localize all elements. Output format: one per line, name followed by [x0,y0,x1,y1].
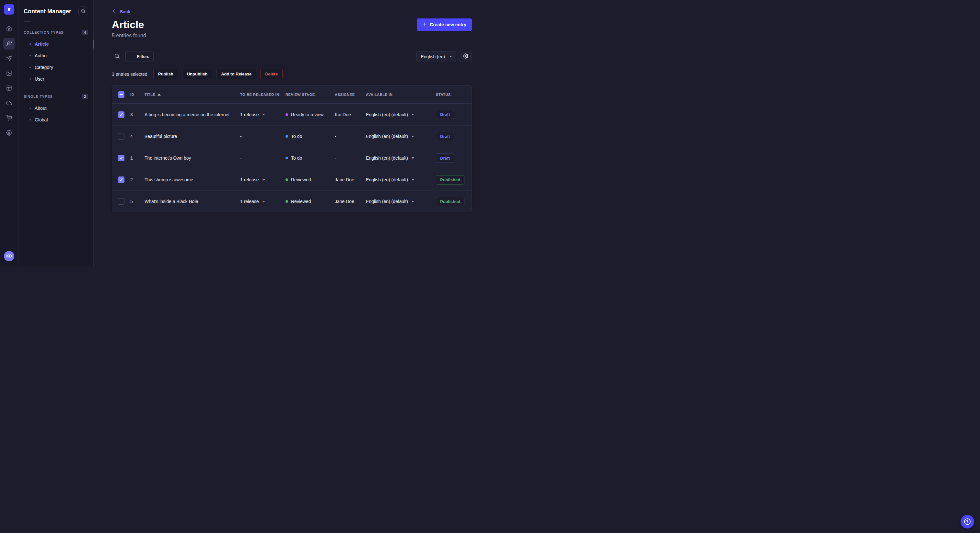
cell-review-stage: To do [285,155,335,160]
table-row[interactable]: 4 Beautiful picture - To do - English (e… [112,125,471,147]
cell-assignee: Jane Doe [335,199,366,204]
sidebar-item-user[interactable]: User [24,73,88,85]
bullet-icon [30,78,31,80]
nav-rail: KD [0,0,19,266]
sidebar-search-button[interactable] [78,6,88,16]
cell-status: Draft [436,154,471,163]
content-manager-icon [6,40,12,47]
select-all-checkbox[interactable] [118,91,124,98]
table-row[interactable]: 5 What's inside a Black Hole 1 release R… [112,190,471,212]
locale-select[interactable]: English (en) [417,51,456,62]
stage-dot-icon [285,135,288,138]
table-row[interactable]: 2 This shrimp is awesome 1 release Revie… [112,169,471,190]
filter-icon [130,54,134,59]
column-header-title[interactable]: TITLE [145,93,240,97]
cell-available-in[interactable]: English (en) (default) [366,177,436,182]
sidebar-item-label: Global [35,117,48,122]
cell-status: Draft [436,132,471,141]
status-badge: Draft [436,132,454,141]
unpublish-button[interactable]: Unpublish [182,69,213,79]
back-link[interactable]: Back [112,8,130,14]
view-settings-button[interactable] [460,51,472,62]
sidebar-sections: COLLECTION TYPES 4 Article Author Catego… [24,30,88,125]
row-checkbox[interactable] [118,155,124,161]
section-label: COLLECTION TYPES [24,30,64,34]
publish-button[interactable]: Publish [153,69,178,79]
bullet-icon [30,55,31,56]
sidebar-item-about[interactable]: About [24,102,88,114]
cell-status: Draft [436,110,471,119]
bullet-icon [30,67,31,68]
cell-review-stage: Reviewed [285,177,335,182]
caret-down-icon [412,114,414,115]
row-checkbox[interactable] [118,176,124,183]
cell-title: Beautiful picture [145,134,240,139]
delete-button[interactable]: Delete [260,69,283,79]
nav-content-type-builder-button[interactable] [3,82,15,94]
section-label: SINGLE TYPES [24,95,53,98]
nav-cloud-button[interactable] [3,97,15,109]
cell-status: Published [436,175,471,185]
stage-dot-icon [285,113,288,116]
create-new-entry-button[interactable]: Create new entry [417,19,472,31]
locale-selected-value: English (en) [421,54,445,59]
row-checkbox[interactable] [118,133,124,140]
table-row[interactable]: 1 The internet's Own boy - To do - Engli… [112,147,471,169]
cloud-icon [6,100,12,107]
cell-available-in[interactable]: English (en) (default) [366,134,436,139]
status-badge: Draft [436,154,454,163]
caret-down-icon [262,201,265,202]
strapi-logo-icon [6,6,12,12]
cell-title: A bug is becoming a meme on the internet [145,112,240,117]
nav-media-library-button[interactable] [3,68,15,79]
add-to-release-button[interactable]: Add to Release [216,69,256,79]
row-checkbox[interactable] [118,198,124,205]
sidebar-item-label: User [35,76,45,82]
sidebar-item-category[interactable]: Category [24,62,88,73]
table-search-button[interactable] [112,51,122,62]
cell-available-in[interactable]: English (en) (default) [366,199,436,204]
marketplace-icon [6,115,12,122]
filters-button[interactable]: Filters [126,51,154,62]
check-icon [119,156,123,160]
sidebar-item-label: Category [35,65,53,70]
content-manager-sidebar: Content Manager COLLECTION TYPES 4 Artic… [19,0,94,266]
table-body: 3 A bug is becoming a meme on the intern… [112,104,471,212]
table-row[interactable]: 3 A bug is becoming a meme on the intern… [112,104,471,125]
cell-available-in[interactable]: English (en) (default) [366,155,436,160]
releases-icon [6,56,12,62]
back-arrow-icon [112,8,117,14]
nav-releases-button[interactable] [3,53,15,65]
nav-marketplace-button[interactable] [3,113,15,124]
table-header-row: ID TITLE TO BE RELEASED IN REVIEW STAGE … [112,86,471,104]
sidebar-item-global[interactable]: Global [24,114,88,125]
cell-status: Published [436,197,471,206]
status-badge: Draft [436,110,454,119]
sidebar-item-article[interactable]: Article [24,38,88,50]
back-label: Back [119,9,130,14]
status-badge: Published [436,197,465,206]
column-header-id[interactable]: ID [130,93,145,97]
stage-dot-icon [285,157,288,159]
nav-settings-button[interactable] [3,127,15,139]
cell-release[interactable]: 1 release [240,112,285,117]
cell-available-in[interactable]: English (en) (default) [366,112,436,117]
cell-assignee: - [335,155,366,160]
user-avatar[interactable]: KD [4,251,14,261]
row-checkbox[interactable] [118,111,124,118]
strapi-logo[interactable] [4,4,14,14]
cell-id: 1 [130,155,145,160]
cell-review-stage: Ready to review [285,112,335,117]
search-icon [115,54,120,60]
column-header-review-stage: REVIEW STAGE [285,93,335,97]
caret-down-icon [262,114,265,115]
cell-release[interactable]: 1 release [240,177,285,182]
cell-release[interactable]: 1 release [240,199,285,204]
stage-dot-icon [285,178,288,181]
nav-home-button[interactable] [3,23,15,35]
sort-ascending-icon [158,94,161,95]
nav-content-manager-button[interactable] [3,38,15,49]
column-header-release: TO BE RELEASED IN [240,93,285,97]
sidebar-item-author[interactable]: Author [24,50,88,62]
column-header-assignee: ASSIGNEE [335,93,366,97]
